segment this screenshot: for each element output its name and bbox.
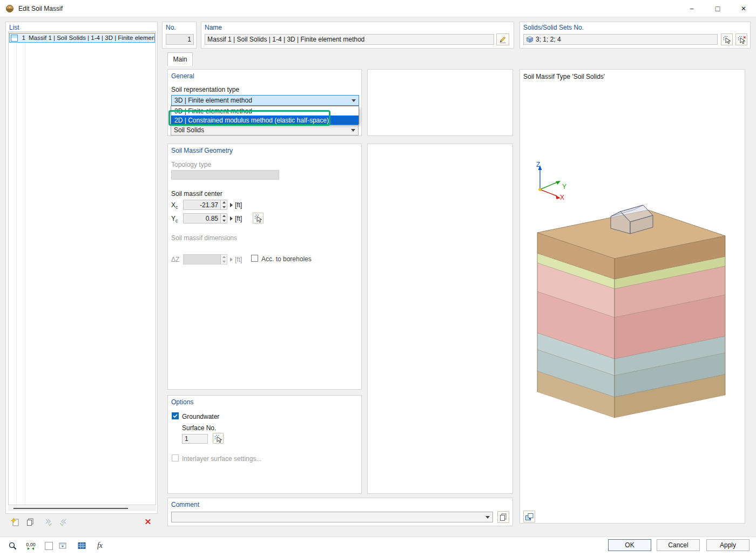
list-item-number: 1	[18, 35, 25, 41]
maximize-button[interactable]: □	[705, 0, 730, 17]
soil-representation-value: 3D | Finite element method	[174, 97, 252, 104]
select-solids-button[interactable]	[721, 33, 733, 45]
yc-spinner[interactable]	[220, 214, 227, 223]
general-title: General	[171, 72, 194, 80]
aux-panel-top	[367, 69, 513, 136]
surface-no-field[interactable]: 1	[182, 434, 208, 444]
list-column-divider	[25, 32, 25, 505]
copy-massif-button[interactable]	[24, 516, 36, 528]
interlayer-surface-checkbox[interactable]	[172, 454, 179, 461]
no-field: 1	[166, 34, 194, 45]
soil-representation-combo[interactable]: 3D | Finite element method	[171, 95, 359, 106]
pick-surface-button[interactable]	[213, 433, 224, 444]
scrollbar-thumb[interactable]	[14, 508, 128, 509]
soil-block	[537, 210, 725, 418]
pick-arrow-alt-icon	[738, 36, 746, 44]
display-background-button[interactable]	[43, 540, 55, 552]
xc-field[interactable]: -21.37	[183, 200, 227, 210]
list-item-label: Massif 1 | Soil Solids | 1-4 | 3D | Fini…	[29, 35, 155, 41]
apply-button[interactable]: Apply	[706, 539, 750, 551]
no-label: No.	[166, 24, 176, 31]
soil-massif-3d-preview[interactable]: Z Y X	[520, 70, 745, 523]
tab-main[interactable]: Main	[167, 52, 193, 66]
solids-value: 3; 1; 2; 4	[536, 36, 561, 43]
yc-unit: [ft]	[235, 215, 242, 222]
name-label: Name	[205, 24, 222, 31]
comment-panel: Comment	[167, 498, 513, 526]
yc-detail-button[interactable]	[228, 213, 234, 223]
name-group: Name Massif 1 | Soil Solids | 1-4 | 3D |…	[201, 22, 514, 49]
list-column-divider	[16, 32, 17, 505]
apply-view-button[interactable]	[57, 540, 69, 552]
solids-group: Solids/Solid Sets No. 3; 1; 2; 4	[519, 22, 751, 49]
dz-detail-button	[228, 254, 234, 264]
acc-to-boreholes-checkbox[interactable]	[251, 255, 258, 262]
title-bar: Edit Soil Massif – □ ✕	[0, 0, 756, 17]
assign-all-button[interactable]	[58, 516, 70, 528]
xc-spinner[interactable]	[220, 200, 227, 209]
check-icon	[172, 413, 178, 419]
name-field[interactable]: Massif 1 | Soil Solids | 1-4 | 3D | Fini…	[205, 34, 494, 45]
comment-title: Comment	[171, 501, 199, 508]
dz-spinner	[220, 255, 227, 264]
close-button[interactable]: ✕	[731, 0, 756, 17]
xc-value: -21.37	[200, 201, 218, 209]
list-item-massif-1[interactable]: 1 Massif 1 | Soil Solids | 1-4 | 3D | Fi…	[9, 33, 155, 43]
soil-representation-dropdown: 3D | Finite element method 2D | Constrai…	[171, 106, 359, 124]
edit-soil-massif-dialog: { "window": {"title": "Edit Soil Massif"…	[0, 0, 756, 557]
layers-icon	[525, 513, 534, 521]
interlayer-surface-label: Interlayer surface settings...	[182, 455, 261, 463]
table-icon	[77, 541, 86, 550]
dropdown-option-2d-constrained-modulus[interactable]: 2D | Constrained modulus method (elastic…	[171, 116, 359, 125]
chevron-down-icon	[351, 129, 355, 132]
cancel-button[interactable]: Cancel	[657, 539, 700, 551]
chevron-down-icon	[352, 99, 356, 102]
xc-detail-button[interactable]	[228, 200, 234, 210]
yc-value: 0.85	[206, 215, 218, 222]
edit-name-button[interactable]	[496, 33, 509, 45]
find-object-button[interactable]	[6, 540, 18, 552]
groundwater-checkbox[interactable]	[172, 412, 179, 419]
geometry-title: Soil Massif Geometry	[171, 147, 233, 154]
pick-arrow-icon	[723, 36, 731, 44]
list-horizontal-scrollbar[interactable]	[8, 506, 156, 511]
soil-massif-dimensions-label: Soil massif dimensions	[171, 234, 237, 242]
solids-field[interactable]: 3; 1; 2; 4	[523, 34, 718, 45]
triangle-right-icon	[230, 203, 233, 207]
dz-field	[183, 254, 227, 264]
copy-icon	[499, 513, 508, 521]
soil-massif-item-icon	[11, 35, 18, 42]
preview-display-options-button[interactable]	[523, 511, 535, 522]
dz-unit: [ft]	[235, 256, 242, 263]
solid-cube-icon	[526, 36, 534, 43]
options-title: Options	[171, 398, 193, 406]
yc-field[interactable]: 0.85	[183, 213, 227, 223]
white-square-icon	[45, 542, 53, 550]
aux-panel-bottom	[367, 144, 513, 494]
pick-arrow-icon	[254, 214, 262, 222]
pick-center-button[interactable]	[253, 213, 264, 223]
options-panel: Options Groundwater Surface No. 1 Interl…	[167, 395, 362, 494]
ok-button[interactable]: OK	[608, 539, 651, 551]
soil-representation-label: Soil representation type	[171, 86, 239, 93]
delete-massif-button[interactable]: ✕	[142, 516, 154, 528]
massif-list[interactable]: 1 Massif 1 | Soil Solids | 1-4 | 3D | Fi…	[8, 31, 156, 505]
dropdown-option-3d-fem[interactable]: 3D | Finite element method	[171, 106, 359, 116]
copy-comment-button[interactable]	[497, 511, 509, 523]
topology-type-label: Topology type	[171, 161, 211, 168]
triangle-right-icon	[230, 216, 233, 221]
pick-arrow-icon	[214, 434, 222, 443]
reselect-solids-button[interactable]	[735, 33, 747, 45]
formula-button[interactable]: fx	[94, 540, 106, 552]
comment-combo[interactable]	[171, 512, 493, 522]
decimal-places-button[interactable]: 0,00	[25, 540, 37, 552]
geometry-panel: Soil Massif Geometry Topology type Soil …	[167, 144, 362, 390]
show-table-button[interactable]	[76, 540, 87, 552]
soil-massif-type-combo[interactable]: Soil Solids	[171, 125, 359, 135]
dz-label: ΔZ	[171, 256, 179, 263]
new-massif-button[interactable]	[9, 516, 21, 528]
minimize-button[interactable]: –	[679, 0, 704, 17]
list-panel-title: List	[9, 24, 19, 31]
pencil-icon	[498, 35, 507, 44]
assign-to-selected-button[interactable]	[42, 516, 54, 528]
